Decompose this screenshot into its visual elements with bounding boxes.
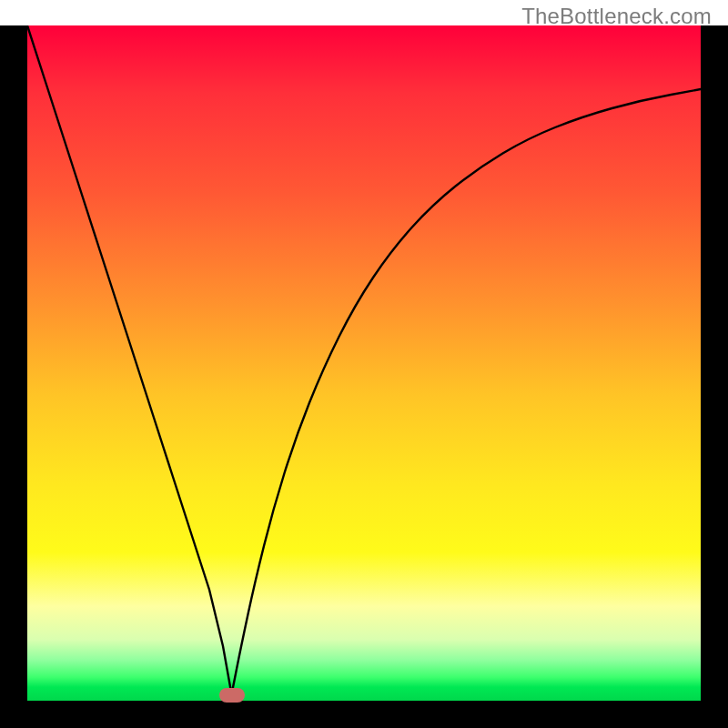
minimum-marker bbox=[219, 688, 245, 703]
chart-svg bbox=[27, 25, 701, 701]
chart-frame bbox=[0, 25, 728, 728]
chart-plot-area bbox=[27, 25, 701, 701]
bottleneck-curve bbox=[27, 25, 701, 694]
watermark-text: TheBottleneck.com bbox=[521, 4, 712, 29]
